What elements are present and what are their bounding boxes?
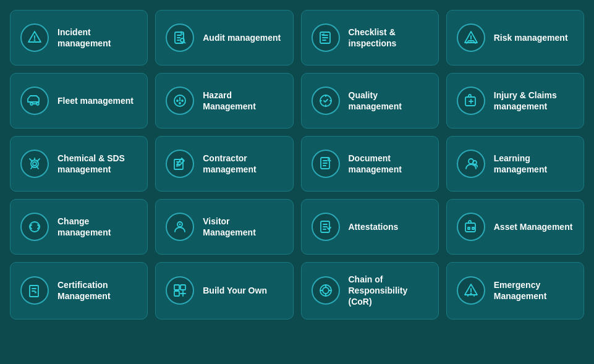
incident-management[interactable]: Incident management xyxy=(10,10,148,66)
card-label-hazard-management: Hazard Management xyxy=(203,90,282,112)
contractor-icon xyxy=(166,150,194,178)
audit-icon xyxy=(166,23,194,52)
quality-icon xyxy=(312,87,340,115)
cor-icon xyxy=(312,276,340,305)
hazard-icon xyxy=(166,87,194,115)
audit-management[interactable]: Audit management xyxy=(155,10,293,66)
risk-icon xyxy=(457,23,485,52)
emergency-icon xyxy=(457,276,485,305)
svg-point-34 xyxy=(470,294,471,294)
card-label-emergency-management: Emergency Management xyxy=(494,279,574,302)
svg-point-11 xyxy=(182,100,183,101)
card-label-change-management: Change management xyxy=(57,216,137,238)
card-label-checklist-inspections: Checklist & inspections xyxy=(349,27,428,49)
card-label-injury-claims: Injury & Claims management xyxy=(494,90,574,112)
card-label-chemical-sds: Chemical & SDS management xyxy=(57,153,137,175)
asset-management[interactable]: Asset Management xyxy=(446,199,584,255)
fleet-management[interactable]: Fleet management xyxy=(10,73,148,129)
certification-management[interactable]: Certification Management xyxy=(10,262,148,320)
attestations-icon xyxy=(312,213,340,241)
svg-rect-28 xyxy=(174,285,179,290)
card-label-chain-of-responsibility: Chain of Responsibility (CoR) xyxy=(349,274,428,308)
injury-icon xyxy=(457,87,485,115)
card-label-fleet-management: Fleet management xyxy=(57,95,134,106)
card-label-risk-management: Risk management xyxy=(494,32,568,43)
chemical-sds[interactable]: Chemical & SDS management xyxy=(10,136,148,192)
svg-point-32 xyxy=(323,287,329,294)
document-management[interactable]: Document management xyxy=(301,136,439,192)
asset-icon xyxy=(457,213,485,241)
card-label-learning-management: Learning management xyxy=(494,153,574,175)
visitor-icon xyxy=(166,213,194,241)
risk-management[interactable]: Risk management xyxy=(446,10,584,66)
module-grid: Incident management Audit management Che… xyxy=(10,10,584,320)
card-label-build-your-own: Build Your Own xyxy=(203,285,267,296)
visitor-management[interactable]: Visitor Management xyxy=(155,199,293,255)
card-label-audit-management: Audit management xyxy=(203,32,281,43)
change-icon xyxy=(20,213,49,241)
change-management[interactable]: Change management xyxy=(10,199,148,255)
chain-of-responsibility[interactable]: Chain of Responsibility (CoR) xyxy=(301,262,439,320)
card-label-visitor-management: Visitor Management xyxy=(203,216,282,238)
quality-management[interactable]: Quality management xyxy=(301,73,439,129)
card-label-certification-management: Certification Management xyxy=(57,279,137,302)
svg-point-10 xyxy=(177,100,178,101)
svg-point-24 xyxy=(179,224,181,226)
checklist-icon xyxy=(312,23,340,52)
document-icon xyxy=(312,150,340,178)
svg-rect-29 xyxy=(180,285,185,290)
svg-point-12 xyxy=(179,103,180,104)
svg-rect-30 xyxy=(174,291,179,296)
learning-management[interactable]: Learning management xyxy=(446,136,584,192)
contractor-management[interactable]: Contractor management xyxy=(155,136,293,192)
checklist-inspections[interactable]: Checklist & inspections xyxy=(301,10,439,66)
fleet-icon xyxy=(20,87,49,115)
svg-point-1 xyxy=(35,40,35,41)
card-label-attestations: Attestations xyxy=(349,221,399,232)
card-label-incident-management: Incident management xyxy=(57,27,137,49)
card-label-quality-management: Quality management xyxy=(349,90,428,112)
incident-icon xyxy=(20,23,49,52)
card-label-contractor-management: Contractor management xyxy=(203,153,282,175)
attestations[interactable]: Attestations xyxy=(301,199,439,255)
certification-icon xyxy=(20,276,49,305)
card-label-asset-management: Asset Management xyxy=(494,221,573,232)
build-icon xyxy=(166,276,194,305)
injury-claims[interactable]: Injury & Claims management xyxy=(446,73,584,129)
svg-point-18 xyxy=(33,162,36,166)
build-your-own[interactable]: Build Your Own xyxy=(155,262,293,320)
chemical-icon xyxy=(20,150,49,178)
emergency-management[interactable]: Emergency Management xyxy=(446,262,584,320)
learning-icon xyxy=(457,150,485,178)
card-label-document-management: Document management xyxy=(349,153,428,175)
hazard-management[interactable]: Hazard Management xyxy=(155,73,293,129)
